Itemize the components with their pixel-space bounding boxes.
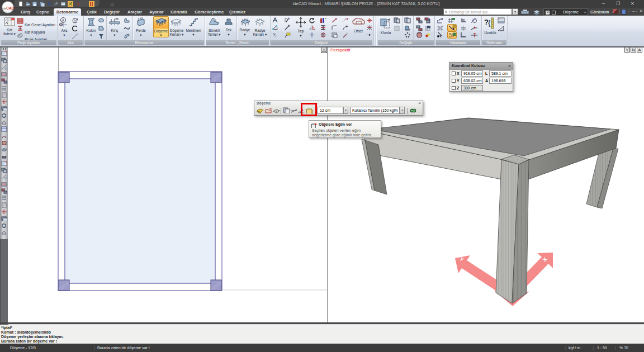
svg-text:A: A (62, 18, 65, 22)
svg-text:A: A (74, 19, 76, 22)
svg-text:{: { (488, 18, 491, 27)
